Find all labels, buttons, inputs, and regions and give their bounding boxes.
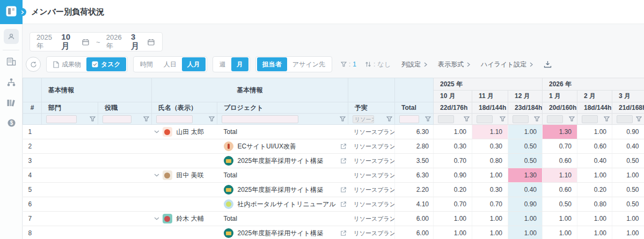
month-filter-input[interactable] xyxy=(582,115,598,123)
collapse-chevron-icon[interactable] xyxy=(154,217,159,220)
external-link-icon[interactable] xyxy=(340,201,347,207)
member-icon xyxy=(4,29,19,44)
month-filter-input[interactable] xyxy=(477,115,493,123)
unit-toggle-group: 時間 人日 人月 xyxy=(133,56,207,72)
month-filter-funnel-icon[interactable] xyxy=(464,116,470,122)
end-month-select[interactable]: 3月 xyxy=(131,32,143,51)
project-cell: 2025年度新卒採用サイト構築 xyxy=(217,154,348,168)
row-number: 5 xyxy=(23,183,42,197)
filter-indicator[interactable]: : 1 xyxy=(341,61,356,68)
value-cell: 1.00 xyxy=(577,125,612,139)
project-name[interactable]: 社内ポータルサイトリニューアル xyxy=(238,200,336,209)
sidebar-item-org-chart[interactable] xyxy=(0,75,23,91)
dept-cell xyxy=(42,183,98,197)
table-row[interactable]: 6社内ポータルサイトリニューアルリソースプラン4.100.700.700.900… xyxy=(23,197,644,212)
month-filter-input[interactable] xyxy=(547,115,563,123)
name-filter-input[interactable] xyxy=(156,115,193,123)
project-name[interactable]: 2025年度新卒採用サイト構築 xyxy=(238,185,324,195)
month-label: 月 xyxy=(237,60,243,69)
month-filter-input[interactable] xyxy=(617,115,633,123)
task-button[interactable]: タスク xyxy=(86,57,126,71)
filter-separator: : xyxy=(349,61,350,68)
sidebar-item-member[interactable] xyxy=(0,28,23,44)
role-filter-input[interactable] xyxy=(103,115,131,123)
project-name[interactable]: 2025年度新卒採用サイト構築 xyxy=(238,156,324,166)
external-link-icon[interactable] xyxy=(340,158,347,164)
month-filter-funnel-icon[interactable] xyxy=(534,116,540,122)
deliverable-label: 成果物 xyxy=(62,60,81,69)
table-row[interactable]: 1山田 太郎Totalリソースプラン6.301.001.101.001.301.… xyxy=(23,125,644,139)
sidebar-item-finance[interactable]: $ xyxy=(0,116,23,132)
sidebar-item-library[interactable] xyxy=(0,95,23,111)
table-row[interactable]: 82025年度新卒採用サイト構築リソースプラン6.001.001.001.001… xyxy=(23,226,644,239)
name-filter-funnel-icon[interactable] xyxy=(209,116,215,122)
project-cell: ECサイトUI/UX改善 xyxy=(217,139,348,154)
row-number: 8 xyxy=(23,226,42,239)
plan-filter-input[interactable]: リソース xyxy=(353,115,374,123)
dept-filter-funnel-icon[interactable] xyxy=(90,116,96,122)
month-filter-input[interactable] xyxy=(513,115,529,123)
table-row[interactable]: 7鈴木 大輔Totalリソースプラン6.001.001.001.001.001.… xyxy=(23,212,644,226)
row-number: 4 xyxy=(23,168,42,183)
total-filter-input[interactable] xyxy=(399,115,419,123)
external-link-icon[interactable] xyxy=(340,143,347,150)
time-button[interactable]: 時間 xyxy=(135,57,158,71)
value-cell: 0.70 xyxy=(543,139,577,154)
role-filter-funnel-icon[interactable] xyxy=(143,116,149,122)
total-filter-funnel-icon[interactable] xyxy=(425,116,431,122)
month-filter-cell xyxy=(508,114,543,125)
display-format-menu[interactable]: 表示形式 xyxy=(438,60,470,69)
time-label: 時間 xyxy=(140,60,153,69)
external-link-icon[interactable] xyxy=(340,230,347,236)
month-filter-funnel-icon[interactable] xyxy=(569,116,575,122)
task-label: タスク xyxy=(101,60,121,69)
collapse-chevron-icon[interactable] xyxy=(154,174,159,177)
month-filter-funnel-icon[interactable] xyxy=(604,116,610,122)
value-cell: 0.50 xyxy=(508,139,543,154)
assign-to-button[interactable]: アサイン先 xyxy=(287,57,331,71)
total-cell: 6.30 xyxy=(395,168,434,183)
download-button[interactable] xyxy=(544,61,552,68)
deliverable-button[interactable]: 成果物 xyxy=(48,57,86,71)
table-row[interactable]: 4田中 美咲Totalリソースプラン6.300.901.001.301.101.… xyxy=(23,168,644,183)
project-filter-input[interactable] xyxy=(222,115,298,123)
man-month-button[interactable]: 人月 xyxy=(182,57,206,71)
week-button[interactable]: 週 xyxy=(214,57,231,71)
highlight-settings-menu[interactable]: ハイライト設定 xyxy=(481,60,533,69)
sort-indicator[interactable]: : なし xyxy=(365,60,391,69)
table-row[interactable]: 52025年度新卒採用サイト構築リソースプラン2.200.200.300.400… xyxy=(23,183,644,197)
end-year-label: 2026年 xyxy=(106,33,127,51)
sidebar-expand-button[interactable] xyxy=(18,8,26,16)
project-filter-funnel-icon[interactable] xyxy=(340,116,346,122)
dept-filter-input[interactable] xyxy=(46,115,77,123)
start-calendar-icon[interactable] xyxy=(82,39,89,46)
group-header-basic-right: 基本情報 xyxy=(152,78,348,102)
start-month-select[interactable]: 10月 xyxy=(61,32,77,51)
column-settings-menu[interactable]: 列設定 xyxy=(401,60,427,69)
assignee-button[interactable]: 担当者 xyxy=(257,57,287,71)
month-header: 3 月 xyxy=(612,91,644,102)
end-calendar-icon[interactable] xyxy=(148,39,155,46)
collapse-chevron-icon[interactable] xyxy=(154,130,159,133)
table-row[interactable]: 32025年度新卒採用サイト構築リソースプラン3.500.700.800.500… xyxy=(23,154,644,168)
month-button[interactable]: 月 xyxy=(231,57,248,71)
sidebar-item-company[interactable] xyxy=(0,55,23,71)
row-number: 6 xyxy=(23,197,42,212)
project-name[interactable]: ECサイトUI/UX改善 xyxy=(238,142,297,151)
month-filter-input[interactable] xyxy=(438,115,454,123)
table-row[interactable]: 2ECサイトUI/UX改善リソースプラン2.800.300.300.500.70… xyxy=(23,139,644,154)
project-icon xyxy=(224,185,233,195)
man-day-button[interactable]: 人日 xyxy=(158,57,182,71)
dept-cell xyxy=(42,125,98,139)
refresh-button[interactable] xyxy=(26,57,41,72)
total-cell: 3.50 xyxy=(395,154,434,168)
value-cell: 0.30 xyxy=(434,139,472,154)
project-cell: Total xyxy=(217,212,348,226)
month-filter-funnel-icon[interactable] xyxy=(636,116,642,122)
project-name[interactable]: 2025年度新卒採用サイト構築 xyxy=(238,229,324,238)
capacity-header: 21d/168h xyxy=(612,102,644,114)
plan-filter-funnel-icon[interactable] xyxy=(386,116,392,122)
month-filter-funnel-icon[interactable] xyxy=(500,116,506,122)
external-link-icon[interactable] xyxy=(340,186,347,193)
month-header: 12 月 xyxy=(508,91,543,102)
